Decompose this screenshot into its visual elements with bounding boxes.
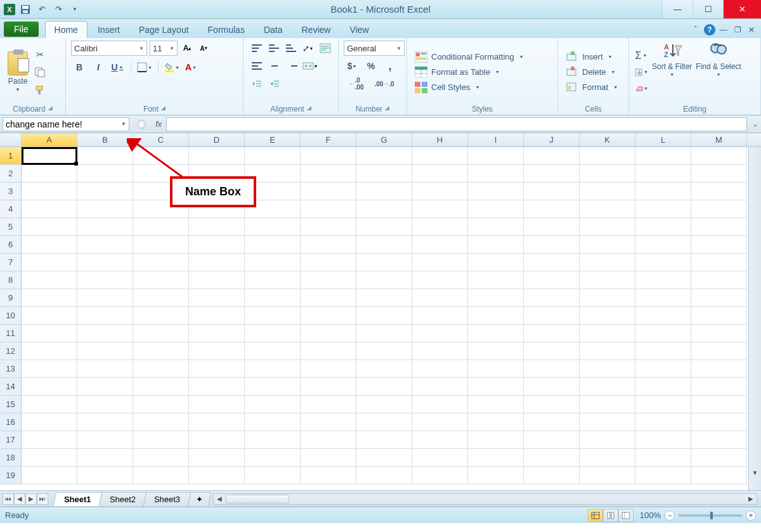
cell[interactable] xyxy=(245,360,301,378)
horizontal-scrollbar[interactable]: ◀▶ xyxy=(213,493,757,505)
number-launcher-icon[interactable]: ◢ xyxy=(385,105,389,114)
row-header-8[interactable]: 8 xyxy=(0,271,21,289)
cell[interactable] xyxy=(245,218,301,236)
cell[interactable] xyxy=(524,307,580,325)
cell[interactable] xyxy=(635,254,691,271)
cell[interactable] xyxy=(635,431,691,449)
tab-review[interactable]: Review xyxy=(293,22,340,38)
tab-view[interactable]: View xyxy=(341,22,377,38)
cell[interactable] xyxy=(580,147,635,165)
cell[interactable] xyxy=(356,307,412,325)
cell[interactable] xyxy=(524,218,580,236)
tab-insert[interactable]: Insert xyxy=(89,22,129,38)
cell[interactable] xyxy=(245,307,301,325)
cell[interactable] xyxy=(301,289,356,307)
row-header-10[interactable]: 10 xyxy=(0,307,21,325)
cell[interactable] xyxy=(580,396,635,413)
cell[interactable] xyxy=(580,467,635,484)
cell[interactable] xyxy=(301,467,356,484)
cell[interactable] xyxy=(22,360,77,378)
paste-button[interactable]: Paste ▼ xyxy=(5,41,30,103)
cell[interactable] xyxy=(77,254,133,271)
row-header-17[interactable]: 17 xyxy=(0,431,21,449)
row-header-11[interactable]: 11 xyxy=(0,325,21,342)
cell[interactable] xyxy=(580,271,635,289)
cell[interactable] xyxy=(77,147,133,165)
cell[interactable] xyxy=(412,200,468,218)
cell[interactable] xyxy=(133,271,189,289)
cell[interactable] xyxy=(468,378,524,396)
italic-button[interactable]: I xyxy=(90,60,107,75)
cell[interactable] xyxy=(356,289,412,307)
column-header-L[interactable]: L xyxy=(635,133,691,146)
cell[interactable] xyxy=(468,342,524,360)
cell[interactable] xyxy=(356,147,412,165)
row-header-15[interactable]: 15 xyxy=(0,396,21,413)
cell[interactable] xyxy=(301,449,356,467)
cell[interactable] xyxy=(580,236,635,254)
column-header-M[interactable]: M xyxy=(691,133,747,146)
formula-input[interactable] xyxy=(166,117,747,131)
cell[interactable] xyxy=(524,342,580,360)
copy-icon[interactable] xyxy=(33,65,47,79)
cell[interactable] xyxy=(245,431,301,449)
cell[interactable] xyxy=(412,325,468,342)
cell[interactable] xyxy=(245,449,301,467)
cell[interactable] xyxy=(22,289,77,307)
underline-button[interactable]: U▼ xyxy=(109,60,126,75)
cell[interactable] xyxy=(356,254,412,271)
cell[interactable] xyxy=(580,342,635,360)
cell[interactable] xyxy=(301,431,356,449)
cell[interactable] xyxy=(245,342,301,360)
cell[interactable] xyxy=(133,413,189,431)
increase-decimal-button[interactable]: ←.0.00 xyxy=(344,76,369,91)
orientation-icon[interactable]: ⤢▼ xyxy=(300,41,316,56)
column-header-B[interactable]: B xyxy=(77,133,133,146)
cell[interactable] xyxy=(133,378,189,396)
cell[interactable] xyxy=(635,183,691,200)
cell[interactable] xyxy=(301,360,356,378)
cell[interactable] xyxy=(133,307,189,325)
align-center-icon[interactable] xyxy=(266,58,283,74)
cell[interactable] xyxy=(524,467,580,484)
cell[interactable] xyxy=(301,307,356,325)
cell[interactable] xyxy=(189,413,245,431)
cell[interactable] xyxy=(412,218,468,236)
cell[interactable] xyxy=(635,147,691,165)
percent-button[interactable]: % xyxy=(363,58,379,74)
cell[interactable] xyxy=(691,307,747,325)
row-header-16[interactable]: 16 xyxy=(0,413,21,431)
cell[interactable] xyxy=(412,289,468,307)
cell[interactable] xyxy=(524,378,580,396)
cell[interactable] xyxy=(580,325,635,342)
column-header-J[interactable]: J xyxy=(524,133,580,146)
cell[interactable] xyxy=(635,396,691,413)
cell[interactable] xyxy=(245,271,301,289)
decrease-indent-icon[interactable] xyxy=(249,76,265,91)
cell[interactable] xyxy=(356,413,412,431)
active-cell[interactable] xyxy=(22,147,77,165)
cell[interactable] xyxy=(245,413,301,431)
currency-button[interactable]: $▼ xyxy=(344,58,360,74)
new-sheet-button[interactable]: ✦ xyxy=(188,492,212,506)
cell[interactable] xyxy=(301,342,356,360)
cell[interactable] xyxy=(133,431,189,449)
workbook-restore-icon[interactable]: ❐ xyxy=(732,24,743,36)
cell[interactable] xyxy=(77,271,133,289)
cell[interactable] xyxy=(468,254,524,271)
conditional-formatting-button[interactable]: Conditional Formatting▼ xyxy=(412,50,552,64)
cell[interactable] xyxy=(77,431,133,449)
cell[interactable] xyxy=(356,449,412,467)
font-launcher-icon[interactable]: ◢ xyxy=(161,105,166,114)
cell[interactable] xyxy=(468,218,524,236)
cell[interactable] xyxy=(468,271,524,289)
font-color-button[interactable]: A▼ xyxy=(183,60,199,75)
cell[interactable] xyxy=(412,467,468,484)
cell[interactable] xyxy=(301,378,356,396)
cell[interactable] xyxy=(412,449,468,467)
cell[interactable] xyxy=(691,449,747,467)
cell[interactable] xyxy=(356,183,412,200)
cell[interactable] xyxy=(635,413,691,431)
cell[interactable] xyxy=(77,360,133,378)
qat-customize-icon[interactable]: ▼ xyxy=(68,3,81,16)
